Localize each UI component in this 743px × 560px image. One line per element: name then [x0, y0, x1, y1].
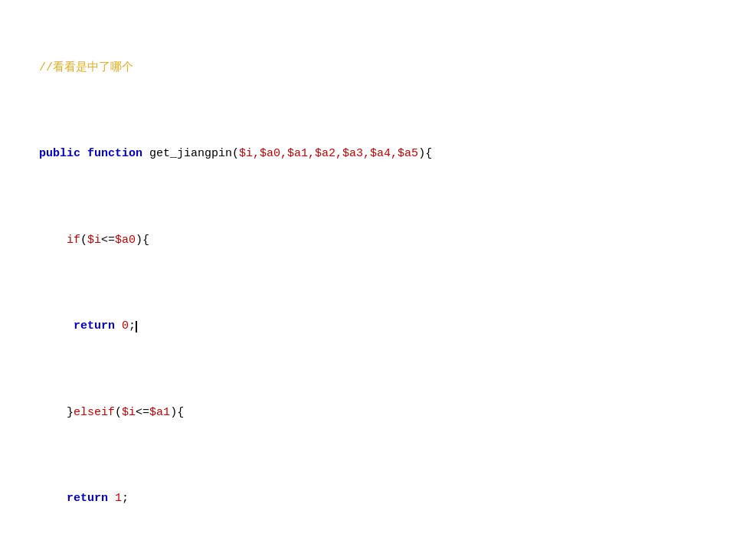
if-keyword: if	[67, 234, 80, 247]
var-i: $i	[87, 234, 101, 247]
op1: <=	[101, 234, 115, 247]
indent1	[39, 234, 67, 247]
function-name: get_jiangpin(	[149, 147, 239, 160]
brace-open: ){	[418, 147, 432, 160]
semi0: ;	[129, 319, 136, 332]
if-line: if($i<=$a0){	[11, 215, 732, 267]
indent3	[39, 406, 67, 419]
num1: 1	[115, 492, 122, 505]
var-i2: $i	[122, 406, 136, 419]
indent2	[39, 319, 74, 332]
op2: <=	[136, 406, 149, 419]
if-cond: (	[80, 234, 87, 247]
p1: (	[115, 406, 122, 419]
function-keyword: function	[87, 147, 149, 160]
if-brace: ){	[136, 234, 149, 247]
elseif1-line: }elseif($i<=$a1){	[11, 387, 732, 439]
return-kw0: return	[74, 319, 122, 332]
close1: }	[67, 406, 74, 419]
var-a0: $a0	[115, 234, 136, 247]
indent4	[39, 492, 67, 505]
code-editor: //看看是中了哪个 public function get_jiangpin($…	[11, 8, 732, 560]
num0: 0	[122, 319, 129, 332]
text-cursor	[136, 321, 137, 332]
comment-line: //看看是中了哪个	[11, 42, 732, 94]
return-kw1: return	[67, 492, 115, 505]
return1-line: return 1;	[11, 473, 732, 526]
elseif1-kw: elseif	[74, 406, 115, 419]
public-keyword: public	[39, 147, 87, 160]
function-decl-line: public function get_jiangpin($i,$a0,$a1,…	[11, 129, 732, 181]
return0-line: return 0;	[11, 301, 732, 353]
params: $i,$a0,$a1,$a2,$a3,$a4,$a5	[239, 147, 418, 160]
b1: ){	[170, 406, 184, 419]
comment-text: //看看是中了哪个	[39, 61, 133, 74]
semi1: ;	[122, 492, 129, 505]
var-a1: $a1	[149, 406, 170, 419]
